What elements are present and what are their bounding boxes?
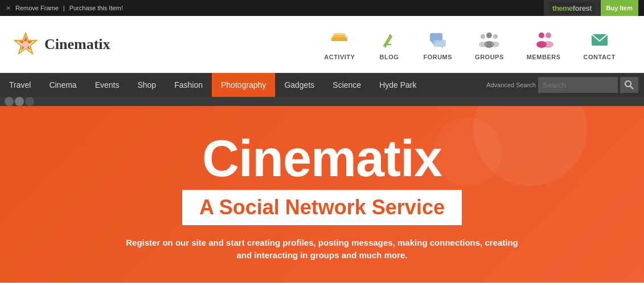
nav-bar: Travel Cinema Events Shop Fashion Photog… <box>0 73 644 97</box>
nav-gadgets[interactable]: Gadgets <box>275 73 323 97</box>
svg-rect-6 <box>334 33 345 36</box>
top-bar: ✕ Remove Frame | Purchase this Item! the… <box>0 0 644 16</box>
search-icon <box>625 80 634 89</box>
nav-fashion[interactable]: Fashion <box>165 73 212 97</box>
nav-hydepark[interactable]: Hyde Park <box>370 73 425 97</box>
avatar <box>5 97 14 106</box>
separator: | <box>63 5 65 11</box>
svg-point-3 <box>22 41 29 48</box>
top-bar-left: ✕ Remove Frame | Purchase this Item! <box>6 5 123 12</box>
contact-icon <box>588 28 611 51</box>
svg-point-15 <box>479 42 487 47</box>
avatar <box>25 97 34 106</box>
avatar <box>15 97 24 106</box>
nav-events[interactable]: Events <box>86 73 129 97</box>
nav-travel[interactable]: Travel <box>0 73 40 97</box>
forums-icon <box>426 28 449 51</box>
nav-icon-blog[interactable]: BLOG <box>366 23 412 66</box>
hero-description: Register on our site and start creating … <box>123 237 522 262</box>
svg-marker-11 <box>441 47 444 49</box>
nav-icon-forums[interactable]: FORUMS <box>412 23 463 66</box>
activity-icon <box>328 28 351 51</box>
svg-point-17 <box>491 42 499 47</box>
themeforest-logo: themeforest <box>549 2 595 14</box>
buy-button[interactable]: Buy Item <box>601 0 638 16</box>
avatar-strip <box>0 97 644 106</box>
svg-rect-10 <box>433 40 446 47</box>
search-button[interactable] <box>620 77 638 93</box>
purchase-link[interactable]: Purchase this Item! <box>69 5 123 11</box>
close-icon[interactable]: ✕ <box>6 5 11 12</box>
top-bar-right: themeforest Buy Item <box>544 0 638 16</box>
logo-icon <box>11 30 40 59</box>
nav-science[interactable]: Science <box>323 73 370 97</box>
activity-label: ACTIVITY <box>324 54 355 60</box>
header: Cinematix ACTIVITY BLOG <box>0 16 644 73</box>
logo-area[interactable]: Cinematix <box>11 30 110 59</box>
groups-label: GROUPS <box>475 54 504 60</box>
logo-text: Cinematix <box>44 36 110 53</box>
svg-point-20 <box>545 32 551 38</box>
hero-subtitle-box: A Social Network Service <box>182 190 462 225</box>
svg-point-12 <box>486 32 492 38</box>
members-icon <box>532 28 555 51</box>
nav-shop[interactable]: Shop <box>128 73 165 97</box>
svg-point-14 <box>481 34 485 39</box>
hero-subtitle: A Social Network Service <box>199 196 445 219</box>
nav-cinema[interactable]: Cinema <box>40 73 85 97</box>
nav-icon-contact[interactable]: CONTACT <box>572 23 627 66</box>
contact-label: CONTACT <box>584 54 616 60</box>
nav-icon-activity[interactable]: ACTIVITY <box>313 23 366 66</box>
svg-point-21 <box>543 41 553 48</box>
nav-icon-groups[interactable]: GROUPS <box>463 23 515 66</box>
blog-icon <box>378 28 400 51</box>
remove-frame-label[interactable]: Remove Frame <box>15 5 59 11</box>
forums-label: FORUMS <box>423 54 452 60</box>
svg-point-18 <box>539 32 544 38</box>
nav-photography[interactable]: Photography <box>212 73 275 97</box>
members-label: MEMBERS <box>527 54 561 60</box>
nav-links: Travel Cinema Events Shop Fashion Photog… <box>0 73 425 97</box>
nav-icon-members[interactable]: MEMBERS <box>515 23 572 66</box>
groups-icon <box>478 28 501 51</box>
search-area: Advanced Search <box>481 77 644 93</box>
search-input[interactable] <box>538 77 618 93</box>
header-nav-icons: ACTIVITY BLOG FOR <box>313 23 627 66</box>
blog-label: BLOG <box>380 54 399 60</box>
hero-title: Cinematix <box>202 133 442 184</box>
advanced-search-link[interactable]: Advanced Search <box>486 82 536 88</box>
themeforest-badge: themeforest <box>544 0 601 16</box>
hero-section: Cinematix A Social Network Service Regis… <box>0 106 644 283</box>
svg-line-24 <box>630 86 633 89</box>
svg-point-16 <box>493 34 498 39</box>
svg-point-23 <box>625 81 631 87</box>
